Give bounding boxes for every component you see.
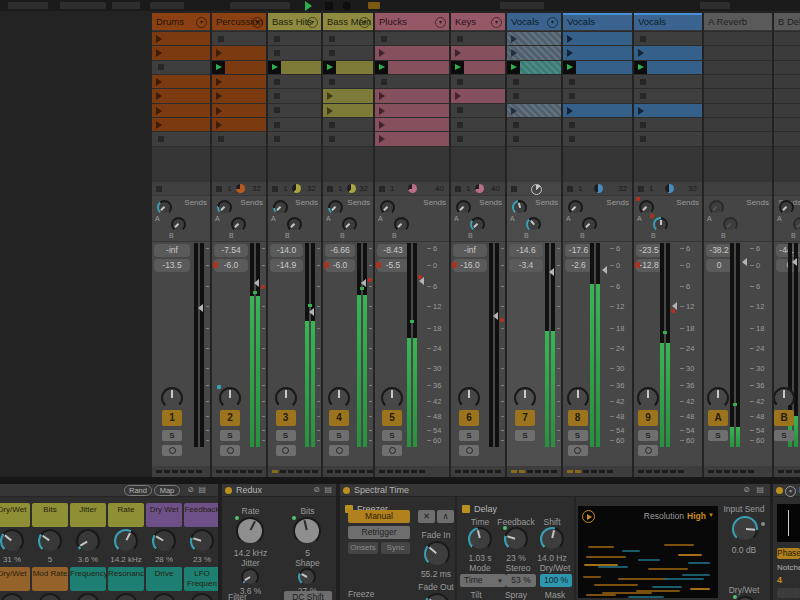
track-fold-icon[interactable]: ▾	[196, 17, 207, 28]
macro-knob[interactable]	[38, 593, 62, 600]
session-record-button[interactable]	[368, 2, 380, 9]
input-send-value[interactable]: 0.0 dB	[720, 545, 768, 555]
send-b-knob[interactable]	[231, 217, 246, 232]
macro-knob[interactable]	[76, 529, 100, 553]
clip-slot[interactable]	[774, 32, 800, 45]
clip-slot[interactable]	[268, 118, 321, 131]
clip-slot[interactable]	[563, 104, 632, 117]
clip-playing-icon[interactable]	[327, 64, 333, 70]
pan-knob[interactable]	[328, 387, 350, 409]
clip-play-icon[interactable]	[455, 92, 461, 100]
device-on-icon[interactable]	[343, 487, 350, 494]
clip-slot[interactable]	[704, 104, 772, 117]
pan-knob[interactable]	[219, 387, 241, 409]
clip-slot[interactable]	[323, 104, 373, 117]
clip-slot[interactable]	[268, 132, 321, 145]
clip-slot[interactable]	[375, 132, 449, 145]
fader-handle[interactable]	[493, 312, 498, 320]
drywet2-knob[interactable]	[734, 596, 756, 600]
clip-slot[interactable]	[152, 104, 210, 117]
clip-slot[interactable]	[375, 61, 449, 74]
phaser-display[interactable]	[777, 504, 800, 542]
clip-play-icon[interactable]	[638, 49, 644, 57]
clip-slot[interactable]	[152, 46, 210, 59]
clip-slot[interactable]	[507, 32, 561, 45]
peak-level-value[interactable]: -8.43	[377, 244, 409, 257]
track-header[interactable]: A Reverb	[704, 13, 772, 30]
bits-knob[interactable]	[293, 517, 321, 545]
clip-slot[interactable]	[704, 132, 772, 145]
solo-button[interactable]: S	[638, 430, 658, 441]
fade-out-knob[interactable]	[424, 593, 450, 600]
clip-slot[interactable]	[704, 46, 772, 59]
clip-play-icon[interactable]	[379, 92, 385, 100]
clip-slot[interactable]	[634, 104, 702, 117]
clip-slot[interactable]	[704, 75, 772, 88]
send-b-knob[interactable]	[582, 217, 597, 232]
track-activator-button[interactable]: 7	[515, 410, 535, 426]
send-b-knob[interactable]	[287, 217, 302, 232]
peak-level-value[interactable]: -7.54	[214, 244, 248, 257]
clip-playing-icon[interactable]	[455, 64, 461, 70]
clip-play-icon[interactable]	[455, 49, 461, 57]
time-value[interactable]: 1.03 s	[460, 553, 500, 563]
track-activator-button[interactable]: A	[708, 410, 728, 426]
volume-value[interactable]: -13.5	[154, 259, 190, 272]
macro-knob[interactable]	[114, 593, 138, 600]
send-a-knob[interactable]	[273, 200, 288, 215]
stop-icon[interactable]	[325, 2, 333, 10]
macro-value[interactable]: 14.2 kHz	[108, 555, 144, 564]
pan-knob[interactable]	[514, 387, 536, 409]
clip-slot[interactable]	[152, 61, 210, 74]
rand-button[interactable]: Rand	[124, 485, 152, 496]
volume-value[interactable]: -3.4	[509, 259, 543, 272]
clip-slot[interactable]	[704, 61, 772, 74]
clip-playing-icon[interactable]	[379, 64, 385, 70]
track-header[interactable]: B Delay	[774, 13, 800, 30]
stop-all-clips-icon[interactable]	[327, 186, 333, 192]
clip-slot[interactable]	[563, 61, 632, 74]
track-activator-button[interactable]: 6	[459, 410, 479, 426]
clip-slot[interactable]	[375, 75, 449, 88]
clip-slot[interactable]	[212, 132, 266, 145]
track-header[interactable]: Vocals▾	[507, 13, 561, 30]
shape-knob[interactable]	[298, 568, 316, 586]
device-on-icon[interactable]	[776, 487, 783, 494]
jitter-knob[interactable]	[241, 568, 259, 586]
track-activator-button[interactable]: 1	[162, 410, 182, 426]
clip-play-icon[interactable]	[327, 107, 333, 115]
track-header[interactable]: Vocals	[563, 13, 632, 30]
clip-slot[interactable]	[375, 89, 449, 102]
volume-value[interactable]: 0	[706, 259, 732, 272]
clip-slot[interactable]	[212, 61, 266, 74]
clip-slot[interactable]	[212, 89, 266, 102]
volume-value[interactable]: -6.0	[214, 259, 248, 272]
peak-level-value[interactable]: -14.6	[509, 244, 543, 257]
send-a-knob[interactable]	[328, 200, 343, 215]
loop-field[interactable]	[500, 2, 544, 9]
arm-button[interactable]	[220, 445, 240, 456]
track-activator-button[interactable]: B	[774, 410, 794, 426]
fader-handle[interactable]	[742, 258, 747, 266]
peak-level-value[interactable]: -14.0	[270, 244, 303, 257]
macro-value[interactable]: 3.6 %	[70, 555, 106, 564]
track-fold-icon[interactable]: ▾	[252, 17, 263, 28]
arm-button[interactable]	[276, 445, 296, 456]
clip-slot[interactable]	[323, 46, 373, 59]
clip-play-icon[interactable]	[216, 92, 222, 100]
clip-slot[interactable]	[634, 89, 702, 102]
send-b-knob[interactable]	[342, 217, 357, 232]
clip-slot[interactable]	[451, 118, 505, 131]
solo-button[interactable]: S	[276, 430, 296, 441]
macro-knob[interactable]	[76, 593, 100, 600]
groove-field[interactable]	[112, 2, 140, 9]
macro-knob[interactable]	[152, 593, 176, 600]
arm-button[interactable]	[459, 445, 479, 456]
clip-slot[interactable]	[507, 89, 561, 102]
track-fold-icon[interactable]: ▾	[307, 17, 318, 28]
macro-knob[interactable]	[152, 529, 176, 553]
save-preset-icon[interactable]: ▤	[324, 485, 332, 495]
input-send-knob[interactable]	[732, 516, 758, 542]
clip-slot[interactable]	[323, 118, 373, 131]
clip-slot[interactable]	[268, 75, 321, 88]
